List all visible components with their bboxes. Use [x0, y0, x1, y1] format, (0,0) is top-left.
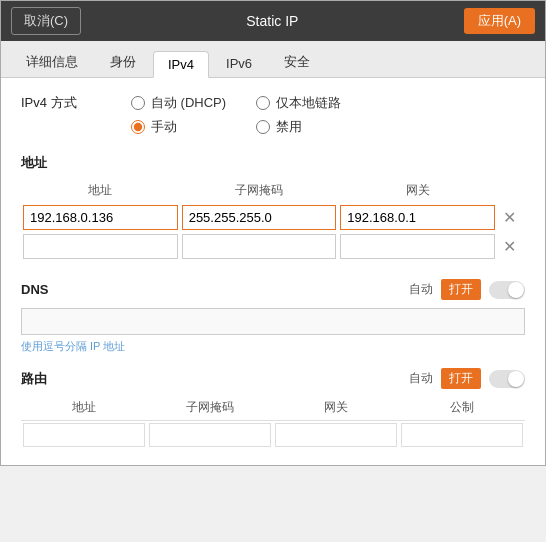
route-metric-1[interactable] — [401, 423, 523, 447]
ipv4-mode-section: IPv4 方式 自动 (DHCP) 仅本地链路 手动 禁用 — [21, 94, 525, 136]
route-col-netmask: 子网掩码 — [147, 397, 273, 421]
dns-toggle-knob — [508, 282, 524, 298]
dns-section: DNS 自动 打开 使用逗号分隔 IP 地址 — [21, 279, 525, 354]
route-title: 路由 — [21, 370, 47, 388]
route-toggle-button[interactable]: 打开 — [441, 368, 481, 389]
address-table: 地址 子网掩码 网关 ✕ — [21, 180, 525, 261]
tabs-bar: 详细信息 身份 IPv4 IPv6 安全 — [1, 41, 545, 78]
route-row-1 — [21, 421, 525, 450]
radio-dhcp[interactable]: 自动 (DHCP) — [131, 94, 226, 112]
radio-manual-input[interactable] — [131, 120, 145, 134]
col-netmask: 子网掩码 — [180, 180, 339, 203]
radio-manual[interactable]: 手动 — [131, 118, 226, 136]
route-auto-label: 自动 — [409, 370, 433, 387]
dns-auto-label: 自动 — [409, 281, 433, 298]
route-col-metric: 公制 — [399, 397, 525, 421]
titlebar: 取消(C) Static IP 应用(A) — [1, 1, 545, 41]
tab-security[interactable]: 安全 — [269, 47, 325, 77]
address-input-2[interactable] — [23, 234, 178, 259]
col-gateway: 网关 — [338, 180, 497, 203]
delete-row-1[interactable]: ✕ — [499, 208, 520, 227]
radio-options: 自动 (DHCP) 仅本地链路 手动 禁用 — [131, 94, 351, 136]
radio-dhcp-input[interactable] — [131, 96, 145, 110]
apply-button[interactable]: 应用(A) — [464, 8, 535, 34]
dns-section-header: DNS 自动 打开 — [21, 279, 525, 300]
gateway-input-2[interactable] — [340, 234, 495, 259]
tab-details[interactable]: 详细信息 — [11, 47, 93, 77]
dns-hint: 使用逗号分隔 IP 地址 — [21, 339, 525, 354]
radio-disabled-input[interactable] — [256, 120, 270, 134]
address-input-1[interactable] — [23, 205, 178, 230]
radio-link-local-input[interactable] — [256, 96, 270, 110]
radio-link-local[interactable]: 仅本地链路 — [256, 94, 351, 112]
tab-ipv4[interactable]: IPv4 — [153, 51, 209, 78]
window-title: Static IP — [246, 13, 298, 29]
radio-link-local-label: 仅本地链路 — [276, 94, 341, 112]
route-toggle-knob — [508, 371, 524, 387]
route-auto-toggle: 自动 打开 — [409, 368, 525, 389]
netmask-input-2[interactable] — [182, 234, 337, 259]
radio-disabled[interactable]: 禁用 — [256, 118, 351, 136]
radio-dhcp-label: 自动 (DHCP) — [151, 94, 226, 112]
delete-row-2[interactable]: ✕ — [499, 237, 520, 256]
route-col-gateway: 网关 — [273, 397, 399, 421]
address-section: 地址 地址 子网掩码 网关 ✕ — [21, 154, 525, 261]
tab-ipv6[interactable]: IPv6 — [211, 50, 267, 77]
radio-disabled-label: 禁用 — [276, 118, 302, 136]
col-address: 地址 — [21, 180, 180, 203]
window: 取消(C) Static IP 应用(A) 详细信息 身份 IPv4 IPv6 … — [0, 0, 546, 466]
route-table: 地址 子网掩码 网关 公制 — [21, 397, 525, 449]
dns-input[interactable] — [21, 308, 525, 335]
route-section: 路由 自动 打开 地址 子网掩码 网关 公制 — [21, 368, 525, 449]
address-section-title: 地址 — [21, 154, 525, 172]
route-address-1[interactable] — [23, 423, 145, 447]
cancel-button[interactable]: 取消(C) — [11, 7, 81, 35]
dns-toggle-track[interactable] — [489, 281, 525, 299]
address-row-2: ✕ — [21, 232, 525, 261]
netmask-input-1[interactable] — [182, 205, 337, 230]
content-area: IPv4 方式 自动 (DHCP) 仅本地链路 手动 禁用 — [1, 78, 545, 465]
route-col-address: 地址 — [21, 397, 147, 421]
radio-manual-label: 手动 — [151, 118, 177, 136]
ipv4-mode-label: IPv4 方式 — [21, 94, 101, 112]
route-toggle-track[interactable] — [489, 370, 525, 388]
route-gateway-1[interactable] — [275, 423, 397, 447]
route-netmask-1[interactable] — [149, 423, 271, 447]
dns-toggle-button[interactable]: 打开 — [441, 279, 481, 300]
dns-title: DNS — [21, 282, 48, 297]
route-header: 路由 自动 打开 — [21, 368, 525, 389]
tab-identity[interactable]: 身份 — [95, 47, 151, 77]
dns-auto-toggle: 自动 打开 — [409, 279, 525, 300]
address-row-1: ✕ — [21, 203, 525, 232]
gateway-input-1[interactable] — [340, 205, 495, 230]
